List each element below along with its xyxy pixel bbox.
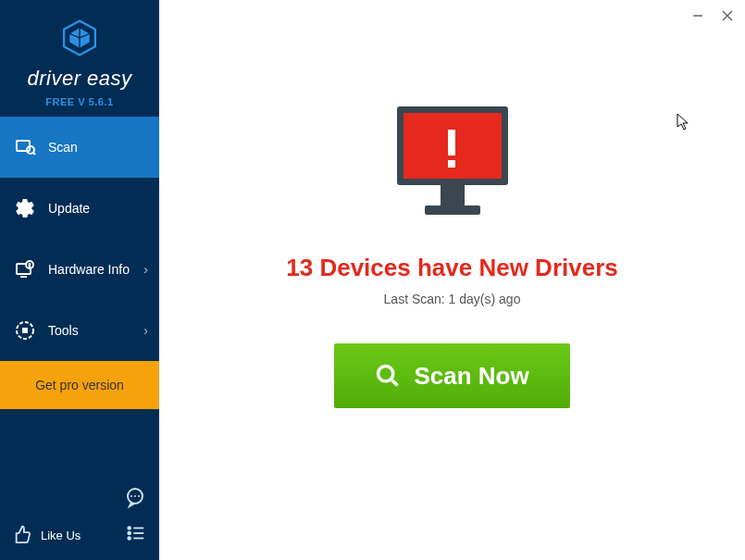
svg-line-31 [392,380,398,386]
window-controls [689,7,736,24]
thumbs-up-icon [13,524,33,547]
svg-rect-29 [425,205,480,215]
menu-icon[interactable] [126,523,146,547]
get-pro-button[interactable]: Get pro version [0,361,159,409]
svg-point-30 [379,367,393,381]
brand-name: driver easy [0,67,159,91]
scan-now-button[interactable]: Scan Now [334,343,569,408]
nav-label: Update [48,201,90,216]
nav-item-tools[interactable]: Tools › [0,300,159,361]
svg-point-13 [134,495,136,497]
nav-item-scan[interactable]: Scan [0,117,159,178]
svg-rect-28 [441,185,465,205]
nav-label: Tools [48,323,79,338]
logo-area: driver easy FREE V 5.6.1 [0,0,159,117]
svg-rect-10 [22,328,28,333]
gear-icon [13,196,37,220]
svg-line-4 [33,153,35,155]
scan-icon [13,135,37,159]
main-content: 13 Devices have New Drivers Last Scan: 1… [159,0,745,560]
nav-item-hardware[interactable]: i Hardware Info › [0,239,159,300]
scan-button-label: Scan Now [414,362,528,391]
svg-point-14 [138,495,140,497]
magnify-icon [375,363,401,389]
content-area: 13 Devices have New Drivers Last Scan: 1… [159,0,745,408]
svg-point-12 [130,495,132,497]
sidebar: driver easy FREE V 5.6.1 Scan Update [0,0,159,560]
svg-rect-27 [448,160,455,168]
chevron-right-icon: › [143,262,148,277]
logo-icon [0,17,159,63]
svg-point-17 [128,532,130,535]
chevron-right-icon: › [143,323,148,338]
alert-monitor-icon [383,102,522,226]
close-button[interactable] [719,7,736,24]
nav-item-update[interactable]: Update [0,178,159,239]
last-scan-text: Last Scan: 1 day(s) ago [384,292,521,306]
tools-icon [13,318,37,342]
like-us-label: Like Us [41,529,81,542]
svg-point-15 [128,527,130,529]
nav-label: Scan [48,140,78,155]
hardware-icon: i [13,257,37,281]
chat-icon[interactable] [13,486,146,512]
nav-label: Hardware Info [48,262,130,277]
svg-point-19 [128,537,130,540]
status-headline: 13 Devices have New Drivers [286,254,617,282]
nav: Scan Update i Hardware Info › [0,117,159,361]
svg-rect-26 [448,130,455,156]
sidebar-footer: Like Us [0,486,159,560]
version-label: FREE V 5.6.1 [0,96,159,107]
minimize-button[interactable] [689,7,706,24]
pro-button-label: Get pro version [35,378,124,392]
like-us-button[interactable]: Like Us [13,524,81,547]
svg-text:i: i [29,263,30,268]
